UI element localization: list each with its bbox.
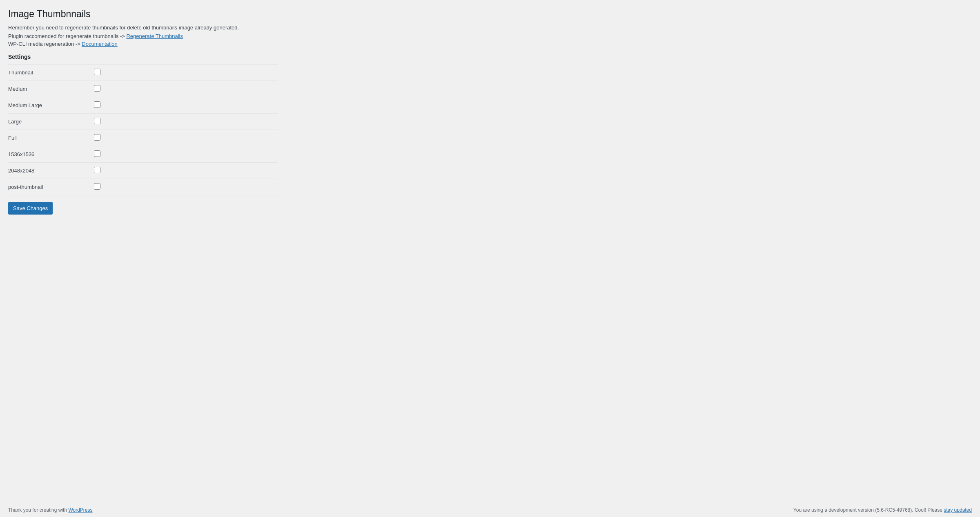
table-row: post-thumbnail: [8, 179, 278, 195]
checkbox-label: Medium: [8, 81, 90, 97]
table-row: Thumbnail: [8, 64, 278, 81]
checkbox-label: Thumbnail: [8, 64, 90, 81]
checkbox-label: post-thumbnail: [8, 179, 90, 195]
plugin-link-prefix: Plugin raccomended for regenerate thumbn…: [8, 33, 126, 39]
plugin-link-line: Plugin raccomended for regenerate thumbn…: [8, 33, 278, 39]
footer-version: You are using a development version (5.6…: [793, 507, 972, 513]
documentation-link[interactable]: Documentation: [82, 41, 117, 47]
table-row: 1536x1536: [8, 146, 278, 162]
wpcli-link-prefix: WP-CLI media regeneration ->: [8, 41, 82, 47]
checkbox-label: 1536x1536: [8, 146, 90, 162]
regenerate-thumbnails-link[interactable]: Regenerate Thumbnails: [126, 33, 183, 39]
footer-thank-you-text: Thank you for creating with: [8, 507, 68, 513]
medium-large-check[interactable]: [94, 101, 100, 108]
save-changes-button[interactable]: Save Changes: [8, 202, 53, 215]
table-row: Full: [8, 130, 278, 146]
footer-version-text: You are using a development version (5.6…: [793, 507, 944, 513]
medium-check[interactable]: [94, 85, 100, 92]
checkbox-label: Medium Large: [8, 97, 90, 113]
full-check[interactable]: [94, 134, 100, 141]
stay-updated-link[interactable]: stay updated: [944, 507, 972, 513]
settings-table: ThumbnailMediumMedium LargeLargeFull1536…: [8, 64, 278, 195]
main-content: Image Thumbnnails Remember you need to r…: [0, 0, 286, 503]
description-text: Remember you need to regenerate thumbnai…: [8, 25, 278, 31]
checkbox-label: Full: [8, 130, 90, 146]
checkbox-label: 2048x2048: [8, 162, 90, 179]
page-title: Image Thumbnnails: [8, 8, 278, 20]
1536x1536-check[interactable]: [94, 150, 100, 157]
table-row: Medium: [8, 81, 278, 97]
footer-thank-you: Thank you for creating with WordPress: [8, 507, 93, 513]
post-thumbnail-check[interactable]: [94, 183, 100, 190]
wpcli-link-line: WP-CLI media regeneration -> Documentati…: [8, 41, 278, 47]
settings-heading: Settings: [8, 54, 278, 60]
thumbnail-check[interactable]: [94, 69, 100, 75]
table-row: Large: [8, 113, 278, 130]
2048x2048-check[interactable]: [94, 167, 100, 173]
wordpress-link[interactable]: WordPress: [68, 507, 92, 513]
large-check[interactable]: [94, 118, 100, 124]
checkbox-label: Large: [8, 113, 90, 130]
footer: Thank you for creating with WordPress Yo…: [0, 503, 980, 517]
table-row: Medium Large: [8, 97, 278, 113]
table-row: 2048x2048: [8, 162, 278, 179]
